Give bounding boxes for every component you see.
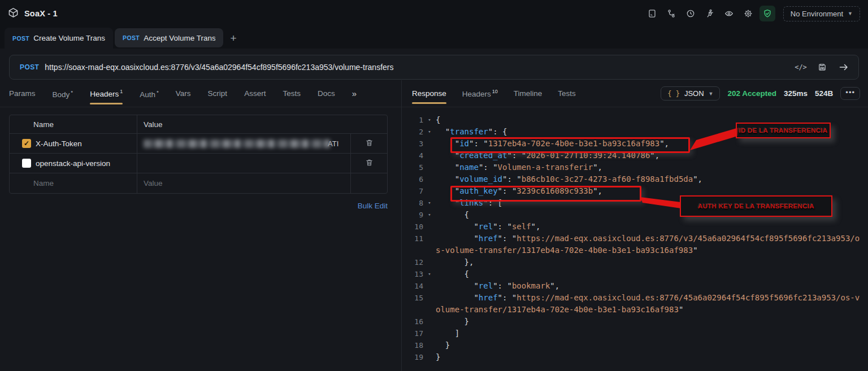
collapse-toggle-icon[interactable]: ▾: [423, 114, 436, 126]
tab-headers[interactable]: Headers1: [90, 81, 123, 106]
line-number: 11: [406, 233, 423, 245]
code-text: "id": "1317eb4a-702e-4b0e-b3e1-ba93c16af…: [436, 138, 669, 150]
name-placeholder: Name: [33, 179, 54, 187]
code-text: },: [436, 256, 474, 268]
code-text: "href": "https://mad-eqx.oasixcloud.es:8…: [436, 233, 860, 256]
runner-icon[interactable]: [702, 6, 718, 21]
content-area: ParamsBody•Headers1Auth•VarsScriptAssert…: [0, 80, 868, 371]
header-name-cell[interactable]: ✓X-Auth-Token: [10, 134, 137, 153]
line-number: 15: [406, 292, 423, 304]
delete-header-icon[interactable]: [365, 158, 374, 169]
response-size: 524B: [815, 89, 833, 98]
line-number: 8: [406, 197, 423, 209]
collapse-toggle-icon[interactable]: ▾: [423, 126, 436, 138]
line-number: 1: [406, 114, 423, 126]
tab-docs[interactable]: Docs: [318, 81, 335, 106]
line-number: 13: [406, 268, 423, 280]
file-report-icon[interactable]: [644, 6, 660, 21]
code-snippet-icon[interactable]: </>: [793, 60, 809, 75]
bulk-edit-link[interactable]: Bulk Edit: [358, 202, 388, 210]
response-tabs-row: ResponseHeaders10TimelineTests { } JSON …: [402, 80, 868, 107]
code-line-8: 8▾ "links": [: [406, 197, 868, 209]
header-value-cell[interactable]: ATI: [137, 134, 351, 153]
header-row-1: ✓X-Auth-TokenATI: [10, 134, 387, 154]
git-flow-icon[interactable]: [663, 6, 679, 21]
tab-assert[interactable]: Assert: [244, 81, 266, 106]
window-tab-1[interactable]: POSTCreate Volume Trans: [5, 28, 113, 49]
code-text: }: [436, 339, 450, 351]
settings-gear-icon[interactable]: [740, 6, 756, 21]
response-format-dropdown[interactable]: { } JSON ▼: [661, 86, 720, 101]
tab-auth[interactable]: Auth•: [140, 80, 159, 107]
response-tab-headers[interactable]: Headers10: [462, 81, 498, 106]
status-badge: 202 Accepted: [727, 89, 776, 98]
code-line-6: 6 "volume_id": "b86cb10c-3c27-4273-af60-…: [406, 173, 868, 185]
header-action-cell: [351, 173, 387, 193]
column-header-name: Name: [10, 115, 137, 133]
code-text: "volume_id": "b86cb10c-3c27-4273-af60-f8…: [436, 173, 702, 185]
code-line-5: 5 "name": "Volumen-a-transferir",: [406, 162, 868, 173]
code-line-15: 15 "href": "https://mad-eqx.oasixcloud.e…: [406, 292, 868, 316]
topbar: SoaX - 1 No Environment ▼: [0, 0, 868, 27]
tab-script[interactable]: Script: [208, 81, 228, 106]
collapse-toggle-icon[interactable]: ▾: [423, 268, 436, 280]
headers-table-body: ✓X-Auth-TokenATIopenstack-api-versionNam…: [10, 134, 387, 193]
header-enabled-checkbox[interactable]: [22, 159, 31, 168]
request-panel: ParamsBody•Headers1Auth•VarsScriptAssert…: [0, 80, 402, 371]
response-tab-response[interactable]: Response: [412, 81, 446, 106]
line-number: 19: [406, 351, 423, 363]
save-icon[interactable]: [814, 60, 830, 75]
header-name-cell[interactable]: openstack-api-version: [10, 154, 137, 173]
new-header-value-input[interactable]: Value: [137, 173, 351, 193]
header-enabled-checkbox[interactable]: ✓: [22, 139, 31, 148]
line-number: 4: [406, 150, 423, 162]
code-text: "href": "https://mad-eqx.oasixcloud.es:8…: [436, 292, 860, 316]
line-number: 18: [406, 339, 423, 351]
code-text: "links": [: [436, 197, 502, 209]
line-number: 10: [406, 221, 423, 233]
delete-header-icon[interactable]: [365, 138, 374, 149]
tab-body[interactable]: Body•: [53, 80, 73, 107]
new-tab-button[interactable]: +: [225, 30, 242, 47]
line-number: 14: [406, 280, 423, 292]
tab-params[interactable]: Params: [9, 81, 36, 106]
line-number: 9: [406, 209, 423, 221]
code-line-2: 2▾ "transfer": {: [406, 126, 868, 138]
environment-selector[interactable]: No Environment ▼: [783, 6, 860, 21]
history-icon[interactable]: [683, 6, 698, 21]
headers-table-header: Name Value: [10, 115, 387, 134]
headers-table: Name Value ✓X-Auth-TokenATIopenstack-api…: [9, 115, 388, 194]
code-text: {: [436, 209, 469, 221]
response-tab-tests[interactable]: Tests: [558, 81, 576, 106]
code-line-12: 12 },: [406, 256, 868, 268]
response-tabs: ResponseHeaders10TimelineTests: [412, 81, 576, 106]
code-text: "auth_key": "3239c616089c933b",: [436, 185, 602, 197]
method-label: POST: [12, 35, 29, 42]
collapse-toggle-icon[interactable]: ▾: [423, 197, 436, 209]
response-time: 325ms: [784, 89, 808, 98]
more-tabs-icon[interactable]: »: [352, 89, 357, 98]
line-number: 3: [406, 138, 423, 150]
send-request-icon[interactable]: [836, 60, 852, 75]
header-name: openstack-api-version: [36, 159, 110, 168]
header-value-cell[interactable]: [137, 154, 351, 173]
collapse-toggle-icon[interactable]: ▾: [423, 209, 436, 221]
request-url-input[interactable]: https://soax-mad-eqx.oasixcloud.es:8776/…: [45, 63, 787, 72]
code-text: }: [436, 351, 440, 363]
shield-check-icon[interactable]: [760, 6, 775, 21]
braces-icon: { }: [667, 90, 680, 98]
code-text: "created_at": "2026-01-27T10:39:24.14078…: [436, 150, 659, 162]
eye-icon[interactable]: [721, 6, 737, 21]
header-action-cell: [351, 134, 387, 153]
response-tab-timeline[interactable]: Timeline: [514, 81, 542, 106]
environment-label: No Environment: [791, 10, 843, 18]
tab-tests[interactable]: Tests: [283, 81, 301, 106]
tab-vars[interactable]: Vars: [176, 81, 191, 106]
new-header-name-input[interactable]: Name: [10, 173, 137, 193]
window-tab-2[interactable]: POSTAccept Volume Trans: [115, 28, 223, 47]
line-number: 17: [406, 328, 423, 339]
line-number: 16: [406, 316, 423, 328]
response-more-button[interactable]: •••: [840, 87, 860, 100]
url-bar[interactable]: POST https://soax-mad-eqx.oasixcloud.es:…: [9, 55, 859, 80]
code-line-3: 3 "id": "1317eb4a-702e-4b0e-b3e1-ba93c16…: [406, 138, 868, 150]
